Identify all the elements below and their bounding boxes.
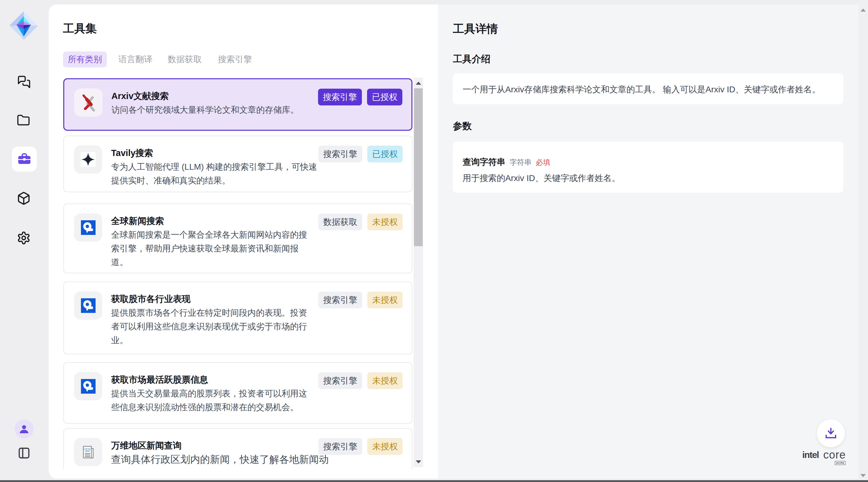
svg-text:NEW: NEW [85,450,90,452]
svg-text:LOCAL: LOCAL [84,448,90,450]
